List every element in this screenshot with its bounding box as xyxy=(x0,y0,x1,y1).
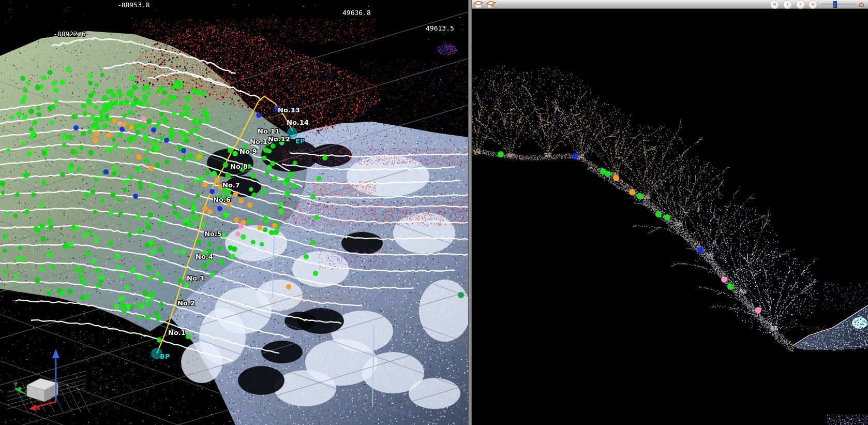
next-section-button[interactable]: › xyxy=(796,0,805,9)
point-cloud-survey-app: -88953.8-88922.649636.849613.5BPNo.1No.2… xyxy=(0,0,868,425)
panel-splitter[interactable] xyxy=(468,0,472,425)
section-plane-icon[interactable] xyxy=(473,1,484,8)
section-slider-handle[interactable] xyxy=(833,1,837,8)
first-section-button[interactable]: « xyxy=(770,0,779,9)
3d-viewport-panel[interactable]: -88953.8-88922.649636.849613.5BPNo.1No.2… xyxy=(0,0,468,425)
cross-section-canvas[interactable] xyxy=(472,9,868,425)
previous-section-button[interactable]: ‹ xyxy=(783,0,792,9)
home-icon[interactable]: ⌂ xyxy=(859,0,864,9)
3d-point-cloud-canvas[interactable] xyxy=(0,0,468,425)
last-section-button[interactable]: » xyxy=(809,0,817,9)
section-view-icon[interactable] xyxy=(486,1,496,8)
section-toolbar: «‹›» ⌂ xyxy=(472,0,868,9)
section-slider-track[interactable] xyxy=(822,4,856,5)
section-viewport-panel[interactable]: «‹›» ⌂ xyxy=(472,0,868,425)
